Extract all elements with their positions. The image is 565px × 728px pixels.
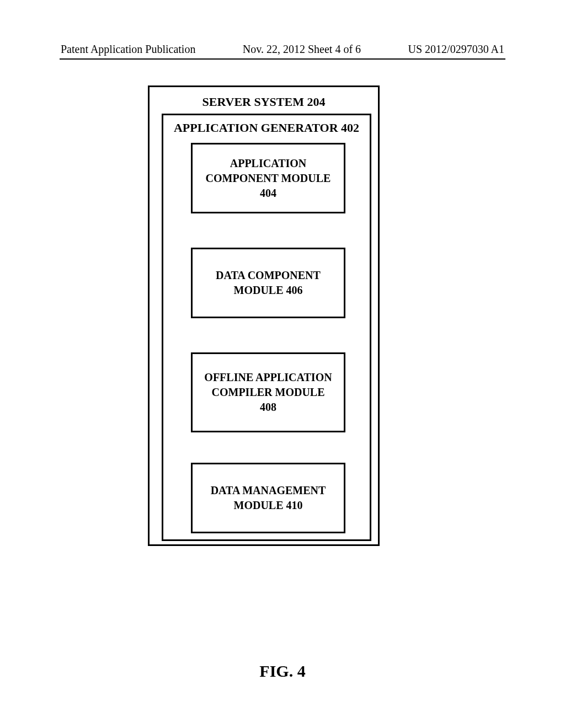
server-system-title: SERVER SYSTEM 204 (150, 95, 378, 109)
module-line: MODULE 406 (234, 283, 303, 298)
module-line: COMPONENT MODULE (206, 171, 331, 186)
module-line: 404 (260, 186, 276, 201)
application-component-module-box: APPLICATION COMPONENT MODULE 404 (191, 143, 345, 213)
application-generator-title: APPLICATION GENERATOR 402 (163, 121, 370, 135)
publication-number: US 2012/0297030 A1 (408, 43, 504, 56)
module-line: OFFLINE APPLICATION (204, 370, 332, 385)
page: Patent Application Publication Nov. 22, … (0, 0, 565, 728)
figure-caption: FIG. 4 (0, 662, 565, 681)
application-generator-box: APPLICATION GENERATOR 402 APPLICATION CO… (162, 114, 371, 541)
data-component-module-box: DATA COMPONENT MODULE 406 (191, 248, 345, 318)
module-line: 408 (260, 400, 276, 415)
module-line: MODULE 410 (234, 498, 303, 513)
date-sheet: Nov. 22, 2012 Sheet 4 of 6 (243, 43, 361, 56)
page-header: Patent Application Publication Nov. 22, … (61, 43, 504, 56)
module-line: DATA COMPONENT (216, 268, 321, 283)
offline-application-compiler-module-box: OFFLINE APPLICATION COMPILER MODULE 408 (191, 352, 345, 432)
module-line: DATA MANAGEMENT (211, 483, 326, 498)
publication-label: Patent Application Publication (61, 43, 195, 56)
module-line: APPLICATION (230, 156, 307, 171)
data-management-module-box: DATA MANAGEMENT MODULE 410 (191, 463, 345, 533)
header-divider (60, 58, 505, 60)
server-system-box: SERVER SYSTEM 204 APPLICATION GENERATOR … (148, 85, 380, 546)
module-line: COMPILER MODULE (212, 385, 325, 400)
